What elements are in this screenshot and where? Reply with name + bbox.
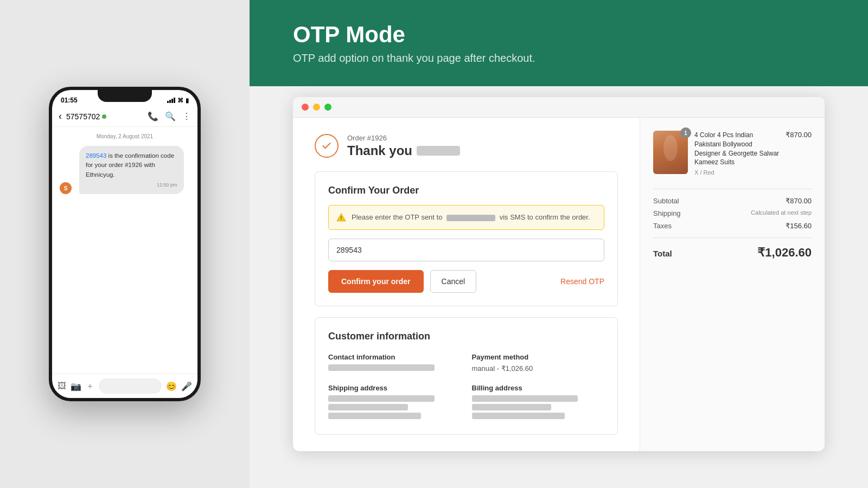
otp-link[interactable]: 289543	[86, 152, 106, 159]
taxes-row: Taxes ₹156.60	[653, 222, 812, 230]
page-content: Order #1926 Thank you Confirm Your Order	[250, 86, 868, 488]
payment-section: Payment method manual - ₹1,026.60	[472, 353, 605, 373]
plus-icon[interactable]: ＋	[86, 381, 94, 392]
sms-message-wrapper: S 289543 is the confirmation code for yo…	[75, 146, 191, 194]
product-price: ₹870.00	[786, 131, 812, 178]
browser-window: Order #1926 Thank you Confirm Your Order	[293, 97, 825, 451]
maximize-button[interactable]	[324, 104, 331, 111]
contact-name: 57575702	[66, 112, 148, 121]
total-label: Total	[653, 249, 672, 258]
otp-actions: Confirm your order Cancel Resend OTP	[328, 270, 604, 293]
warning-icon	[336, 213, 346, 222]
product-variant: X / Red	[694, 169, 779, 176]
page-header: OTP Mode OTP add option on thank you pag…	[250, 0, 868, 86]
product-details: 4 Color 4 Pcs Indian Pakistani Bollywood…	[694, 131, 779, 178]
wifi-icon: ⌘	[177, 97, 183, 104]
thank-you-heading: Thank you	[347, 143, 460, 158]
order-number: Order #1926	[347, 134, 460, 142]
page-subtitle: OTP add option on thank you page after c…	[293, 52, 825, 65]
customer-info-card: Customer information Contact information…	[315, 317, 618, 435]
shipping-label: Shipping address	[328, 384, 461, 392]
mic-icon[interactable]: 🎤	[181, 381, 192, 391]
billing-section: Billing address	[472, 384, 605, 421]
cancel-button[interactable]: Cancel	[430, 270, 477, 293]
otp-card-title: Confirm Your Order	[328, 185, 604, 196]
checkmark-icon	[321, 140, 332, 151]
phone-notch	[98, 90, 152, 102]
message-input-field[interactable]	[99, 378, 162, 394]
product-quantity-badge: 1	[680, 127, 691, 138]
status-time: 01:55	[61, 97, 78, 104]
shipping-summary-label: Shipping	[653, 209, 681, 217]
shipping-summary-value: Calculated at next step	[751, 209, 812, 217]
customer-info-title: Customer information	[328, 331, 604, 342]
sms-date: Monday, 2 August 2021	[59, 133, 191, 139]
otp-card: Confirm Your Order Please enter the OTP …	[315, 171, 618, 306]
taxes-value: ₹156.60	[786, 222, 812, 230]
phone-screen: 01:55 ⌘ ▮ ‹ 57575702	[52, 90, 197, 398]
otp-warning-box: Please enter the OTP sent to vis SMS to …	[328, 205, 604, 230]
checkout-left: Order #1926 Thank you Confirm Your Order	[293, 118, 640, 451]
status-icons: ⌘ ▮	[167, 97, 189, 104]
back-icon[interactable]: ‹	[59, 111, 62, 122]
contact-label: Contact information	[328, 353, 461, 361]
right-panel: OTP Mode OTP add option on thank you pag…	[250, 0, 868, 488]
customer-name-blur	[417, 146, 460, 156]
sms-bubble: 289543 is the confirmation code for your…	[79, 146, 184, 194]
sms-action-icons: 📞 🔍 ⋮	[148, 111, 191, 121]
product-row: 1 4 Color 4 Pcs Indian Pakistani Bollywo…	[653, 131, 812, 178]
summary-divider-2	[653, 237, 812, 238]
shipping-row: Shipping Calculated at next step	[653, 209, 812, 217]
sms-header: ‹ 57575702 📞 🔍 ⋮	[52, 106, 197, 127]
sender-avatar: S	[60, 182, 72, 194]
payment-label: Payment method	[472, 353, 605, 361]
subtotal-label: Subtotal	[653, 197, 679, 205]
confirm-order-button[interactable]: Confirm your order	[328, 270, 424, 293]
left-panel: 01:55 ⌘ ▮ ‹ 57575702	[0, 0, 250, 488]
taxes-label: Taxes	[653, 222, 672, 230]
billing-label: Billing address	[472, 384, 605, 392]
page-title: OTP Mode	[293, 22, 825, 48]
product-name: 4 Color 4 Pcs Indian Pakistani Bollywood…	[694, 131, 779, 167]
order-summary-panel: 1 4 Color 4 Pcs Indian Pakistani Bollywo…	[640, 118, 825, 451]
order-header: Order #1926 Thank you	[315, 134, 618, 158]
signal-icon	[167, 98, 175, 103]
customer-grid: Contact information Payment method manua…	[328, 353, 604, 421]
contact-info: 57575702	[66, 112, 148, 121]
sticker-icon[interactable]: 😊	[166, 381, 177, 391]
shipping-section: Shipping address	[328, 384, 461, 421]
online-dot	[102, 114, 106, 119]
total-value: ₹1,026.60	[757, 246, 812, 260]
close-button[interactable]	[302, 104, 309, 111]
contact-email-blur	[328, 364, 461, 371]
call-icon[interactable]: 📞	[148, 111, 158, 121]
battery-icon: ▮	[186, 97, 189, 104]
more-icon[interactable]: ⋮	[182, 111, 191, 121]
subtotal-value: ₹870.00	[786, 197, 812, 205]
checkout-layout: Order #1926 Thank you Confirm Your Order	[293, 118, 825, 451]
resend-otp-button[interactable]: Resend OTP	[560, 277, 604, 286]
camera-icon[interactable]: 📷	[71, 381, 81, 391]
phone-mockup: 01:55 ⌘ ▮ ‹ 57575702	[49, 87, 201, 401]
phone-number-blur	[446, 215, 495, 221]
payment-value: manual - ₹1,026.60	[472, 364, 605, 373]
summary-divider-1	[653, 189, 812, 189]
product-image-wrapper: 1	[653, 131, 688, 178]
image-icon[interactable]: 🖼	[58, 381, 66, 391]
search-icon[interactable]: 🔍	[165, 111, 176, 121]
subtotal-row: Subtotal ₹870.00	[653, 197, 812, 205]
otp-warning-text: Please enter the OTP sent to vis SMS to …	[352, 212, 590, 223]
browser-titlebar	[293, 97, 825, 118]
contact-info-section: Contact information	[328, 353, 461, 373]
sms-body: Monday, 2 August 2021 S 289543 is the co…	[52, 127, 197, 374]
total-row: Total ₹1,026.60	[653, 246, 812, 260]
otp-input[interactable]	[328, 239, 604, 261]
checkmark-circle	[315, 134, 339, 158]
sms-input-bar: 🖼 📷 ＋ 😊 🎤	[52, 374, 197, 398]
minimize-button[interactable]	[313, 104, 320, 111]
sms-timestamp: 12:50 pm	[86, 182, 177, 189]
